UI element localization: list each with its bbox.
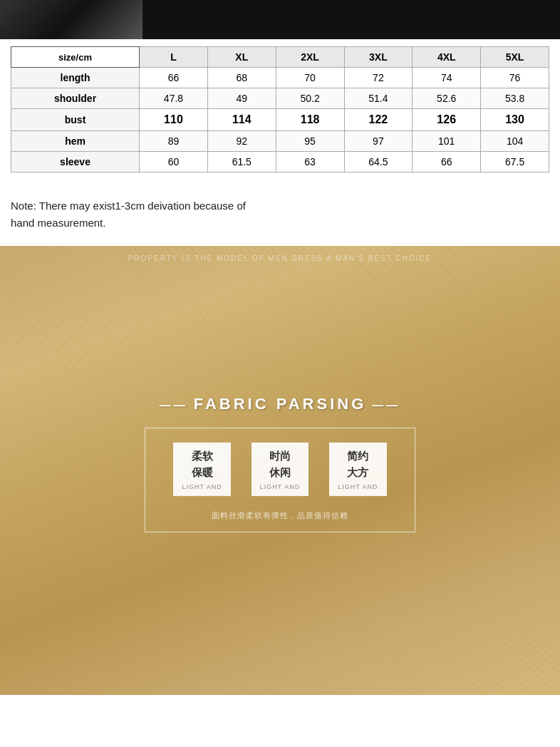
cell-shoulder-1: 49 bbox=[207, 88, 276, 109]
cell-hem-1: 92 bbox=[207, 131, 276, 152]
table-row: hem89929597101104 bbox=[11, 131, 549, 152]
cell-length-3: 72 bbox=[344, 68, 413, 88]
fabric-watermark: PROPERTY IS THE MODEL OF MEN DRESS A MAN… bbox=[128, 254, 432, 262]
cell-length-0: 66 bbox=[140, 68, 208, 88]
cell-sleeve-2: 63 bbox=[276, 152, 344, 172]
table-row: length666870727476 bbox=[11, 68, 549, 88]
cell-hem-5: 104 bbox=[481, 131, 549, 152]
fabric-feature-2: 简约 大方LIGHT AND bbox=[329, 443, 386, 500]
cell-bust-1: 114 bbox=[207, 109, 276, 131]
row-label-shoulder: shoulder bbox=[11, 88, 140, 109]
cell-sleeve-5: 67.5 bbox=[481, 152, 549, 172]
fabric-description: 面料丝滑柔软有弹性，品质值得信赖 bbox=[163, 510, 397, 521]
cell-length-5: 76 bbox=[481, 68, 549, 88]
note-section: Note: There may exist1-3cm deivation bec… bbox=[0, 187, 560, 246]
size-unit-header: size/cm bbox=[11, 47, 140, 68]
cell-shoulder-4: 52.6 bbox=[413, 88, 481, 109]
cell-sleeve-1: 61.5 bbox=[207, 152, 276, 172]
cell-sleeve-4: 66 bbox=[413, 152, 481, 172]
cell-hem-3: 97 bbox=[344, 131, 413, 152]
fabric-title: FABRIC PARSING bbox=[145, 395, 415, 413]
note-line2: hand measurement. bbox=[11, 215, 549, 232]
row-label-sleeve: sleeve bbox=[11, 152, 140, 172]
size-3xl-header: 3XL bbox=[344, 47, 413, 68]
size-table: size/cm L XL 2XL 3XL 4XL 5XL length66687… bbox=[11, 46, 549, 172]
table-row: bust110114118122126130 bbox=[11, 109, 549, 131]
fabric-section: PROPERTY IS THE MODEL OF MEN DRESS A MAN… bbox=[0, 246, 560, 695]
table-row: sleeve6061.56364.56667.5 bbox=[11, 152, 549, 172]
top-product-image bbox=[0, 0, 560, 39]
cell-bust-2: 118 bbox=[276, 109, 344, 131]
cell-length-4: 74 bbox=[413, 68, 481, 88]
cell-length-1: 68 bbox=[207, 68, 276, 88]
fabric-feature-0: 柔软 保暖LIGHT AND bbox=[173, 443, 230, 500]
fabric-feature-1: 时尚 休闲LIGHT AND bbox=[252, 443, 308, 500]
fabric-features: 柔软 保暖LIGHT AND时尚 休闲LIGHT AND简约 大方LIGHT A… bbox=[163, 443, 397, 500]
size-xl-header: XL bbox=[207, 47, 276, 68]
feature-english-1: LIGHT AND bbox=[260, 483, 300, 490]
cell-bust-5: 130 bbox=[481, 109, 549, 131]
cell-hem-2: 95 bbox=[276, 131, 344, 152]
fabric-box: 柔软 保暖LIGHT AND时尚 休闲LIGHT AND简约 大方LIGHT A… bbox=[145, 428, 415, 532]
cell-length-2: 70 bbox=[276, 68, 344, 88]
row-label-length: length bbox=[11, 68, 140, 88]
cell-hem-4: 101 bbox=[413, 131, 481, 152]
table-header-row: size/cm L XL 2XL 3XL 4XL 5XL bbox=[11, 47, 549, 68]
row-label-hem: hem bbox=[11, 131, 140, 152]
cell-sleeve-0: 60 bbox=[140, 152, 208, 172]
size-4xl-header: 4XL bbox=[413, 47, 481, 68]
size-l-header: L bbox=[140, 47, 208, 68]
feature-chinese-2: 简约 大方 bbox=[338, 448, 378, 480]
feature-english-0: LIGHT AND bbox=[182, 483, 222, 490]
feature-english-2: LIGHT AND bbox=[338, 483, 378, 490]
cell-shoulder-3: 51.4 bbox=[344, 88, 413, 109]
cell-bust-3: 122 bbox=[344, 109, 413, 131]
cell-hem-0: 89 bbox=[140, 131, 208, 152]
size-2xl-header: 2XL bbox=[276, 47, 344, 68]
cell-shoulder-2: 50.2 bbox=[276, 88, 344, 109]
cell-bust-4: 126 bbox=[413, 109, 481, 131]
size-5xl-header: 5XL bbox=[481, 47, 549, 68]
feature-chinese-1: 时尚 休闲 bbox=[260, 448, 300, 480]
fabric-content: FABRIC PARSING 柔软 保暖LIGHT AND时尚 休闲LIGHT … bbox=[145, 395, 415, 532]
cell-sleeve-3: 64.5 bbox=[344, 152, 413, 172]
table-row: shoulder47.84950.251.452.653.8 bbox=[11, 88, 549, 109]
cell-shoulder-0: 47.8 bbox=[140, 88, 208, 109]
size-table-container: size/cm L XL 2XL 3XL 4XL 5XL length66687… bbox=[0, 39, 560, 187]
row-label-bust: bust bbox=[11, 109, 140, 131]
feature-chinese-0: 柔软 保暖 bbox=[182, 448, 222, 480]
cell-shoulder-5: 53.8 bbox=[481, 88, 549, 109]
note-line1: Note: There may exist1-3cm deivation bec… bbox=[11, 197, 549, 215]
cell-bust-0: 110 bbox=[140, 109, 208, 131]
